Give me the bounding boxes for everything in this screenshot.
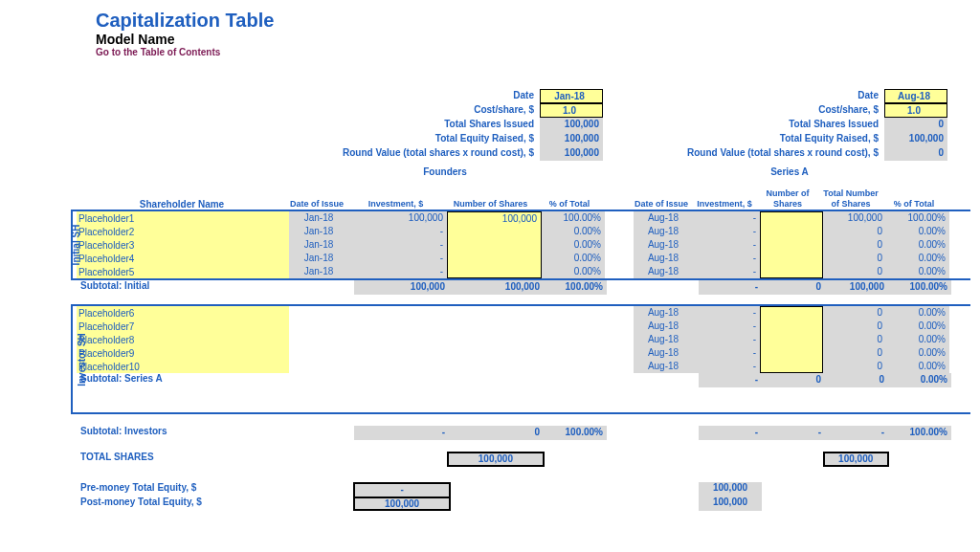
label-ter-a: Total Equity Raised, $ [780,132,884,146]
seriesa-premoney: 100,000 [699,482,762,497]
subtotal-investors: Subtotal: Investors -0100.00% ---100.00% [77,426,970,440]
seriesa-postmoney: 100,000 [699,497,762,511]
section-founders: Founders [287,166,603,177]
label-tsi: Total Shares Issued [444,118,540,132]
founders-date[interactable]: Jan-18 [540,89,603,103]
shareholder-name[interactable]: Placeholder5 [77,265,289,278]
col-tnos-a: Total Number of Shares [821,188,880,210]
vlabel-investor: Investor SH [77,333,87,386]
label-cost: Cost/share, $ [474,103,540,118]
founders-ter: 100,000 [540,132,603,146]
seriesa-total-shares: 100,000 [823,452,889,467]
label-rv: Round Value (total shares x round cost),… [343,146,540,161]
shareholder-name[interactable]: Placeholder2 [77,225,289,238]
col-pot-a: % of Total [894,199,934,210]
section-seriesa: Series A [632,166,947,177]
shareholder-name[interactable]: Placeholder6 [77,306,289,320]
shareholder-name[interactable]: Placeholder1 [77,211,289,225]
col-shareholder: Shareholder Name [77,199,287,210]
founders-premoney: - [353,482,451,497]
subtotal-seriesa: Subtotal: Series A -000.00% [77,373,970,387]
page-subtitle: Model Name [96,32,970,47]
shareholder-name[interactable]: Placeholder9 [77,346,289,360]
toc-link[interactable]: Go to the Table of Contents [96,47,970,57]
founders-total-shares: 100,000 [447,452,545,467]
label-date: Date [513,89,540,103]
table-row: Placeholder4 Jan-18-0.00% Aug-18-00.00% [77,252,970,265]
table-row: Placeholder5 Jan-18-0.00% Aug-18-00.00% [77,265,970,278]
col-nos-a: Number of Shares [758,188,817,210]
founders-postmoney: 100,000 [353,497,451,511]
col-doi-a: Date of Issue [635,199,688,210]
col-inv-a: Investment, $ [697,199,752,210]
label-ter: Total Equity Raised, $ [435,132,540,146]
page-title: Capitalization Table [96,10,970,32]
seriesa-ter: 100,000 [884,132,947,146]
cell-shares[interactable]: 100,000 [447,211,542,225]
group-initial-sh: Initial SH Placeholder1 Jan-18 100,000 1… [71,210,970,280]
seriesa-tsi: 0 [884,118,947,132]
seriesa-date[interactable]: Aug-18 [884,89,947,103]
table-row: Placeholder9 Aug-18-00.00% [77,346,970,360]
table-row: Placeholder6 Aug-18-00.00% [77,306,970,320]
shareholder-name[interactable]: Placeholder3 [77,238,289,252]
label-postmoney: Post-money Total Equity, $ [77,497,291,511]
subtotal-initial: Subtotal: Initial 100,000100,000100.00% … [77,280,970,295]
label-rv-a: Round Value (total shares x round cost),… [687,146,884,161]
group-investor-sh: Investor SH Placeholder6 Aug-18-00.00% P… [71,304,970,414]
label-premoney: Pre-money Total Equity, $ [77,482,291,497]
label-cost-a: Cost/share, $ [818,103,884,118]
table-row: Placeholder10 Aug-18-00.00% [77,360,970,373]
table-row: Placeholder1 Jan-18 100,000 100,000 100.… [77,211,970,225]
table-row: Placeholder3 Jan-18-0.00% Aug-18-00.00% [77,238,970,252]
founders-cost[interactable]: 1.0 [540,103,603,118]
col-doi-f: Date of Issue [290,199,344,210]
cell-date: Jan-18 [289,211,352,225]
col-nos-f: Number of Shares [454,199,528,210]
founders-rv: 100,000 [540,146,603,161]
table-row: Placeholder7 Aug-18-00.00% [77,320,970,333]
founders-tsi: 100,000 [540,118,603,132]
label-total-shares: TOTAL SHARES [77,452,291,467]
label-date-a: Date [858,89,884,103]
col-pot-f: % of Total [549,199,590,210]
cell-investment: 100,000 [352,211,447,225]
label-tsi-a: Total Shares Issued [789,118,884,132]
seriesa-cost[interactable]: 1.0 [884,103,947,118]
col-inv-f: Investment, $ [368,199,424,210]
shareholder-name[interactable]: Placeholder4 [77,252,289,265]
shareholder-name[interactable]: Placeholder10 [77,360,289,373]
shareholder-name[interactable]: Placeholder7 [77,320,289,333]
table-row: Placeholder2 Jan-18-0.00% Aug-18-00.00% [77,225,970,238]
vlabel-initial: Initial SH [71,225,81,266]
seriesa-rv: 0 [884,146,947,161]
shareholder-name[interactable]: Placeholder8 [77,333,289,346]
cell-pct: 100.00% [542,211,605,225]
table-row: Placeholder8 Aug-18-00.00% [77,333,970,346]
